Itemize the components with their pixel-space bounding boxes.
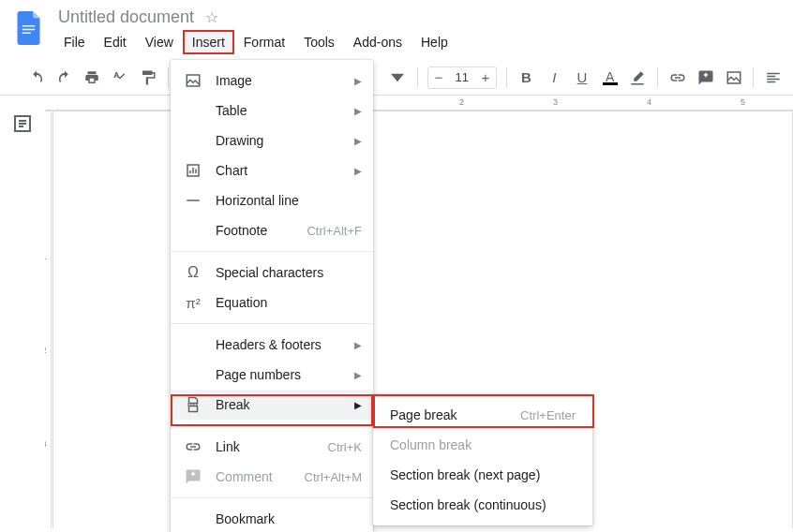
ruler-tick: 1 bbox=[45, 252, 51, 261]
style-dropdown-arrow[interactable] bbox=[387, 66, 408, 90]
ruler-tick: 2 bbox=[459, 97, 464, 107]
menu-item-chart[interactable]: Chart ▶ bbox=[171, 155, 373, 185]
highlight-color-button[interactable] bbox=[628, 66, 649, 90]
separator bbox=[417, 67, 418, 88]
text-color-button[interactable]: A bbox=[600, 66, 621, 90]
separator bbox=[657, 67, 658, 88]
menu-format[interactable]: Format bbox=[234, 30, 294, 54]
submenu-item-page-break[interactable]: Page break Ctrl+Enter bbox=[373, 400, 592, 430]
menu-item-label: Bookmark bbox=[216, 511, 362, 526]
redo-button[interactable] bbox=[54, 66, 75, 90]
bold-button[interactable]: B bbox=[516, 66, 537, 90]
menu-item-label: Table bbox=[216, 103, 347, 118]
menu-tools[interactable]: Tools bbox=[294, 30, 344, 54]
menu-item-special-characters[interactable]: Ω Special characters bbox=[171, 258, 373, 288]
star-icon[interactable]: ☆ bbox=[205, 8, 218, 26]
separator bbox=[168, 67, 169, 88]
undo-button[interactable] bbox=[26, 66, 47, 90]
chart-icon bbox=[184, 162, 202, 179]
menu-item-headers-footers[interactable]: Headers & footers ▶ bbox=[171, 330, 373, 360]
font-size-decrease[interactable]: − bbox=[428, 69, 449, 85]
svg-rect-2 bbox=[22, 33, 31, 35]
horizontal-ruler: 12345 bbox=[45, 96, 793, 111]
menu-item-horizontal-line[interactable]: Horizontal line bbox=[171, 185, 373, 215]
submenu-item-column-break: Column break bbox=[373, 430, 592, 460]
ruler-tick: 3 bbox=[553, 97, 558, 107]
ruler-tick: 4 bbox=[647, 97, 651, 107]
menu-item-label: Equation bbox=[216, 295, 362, 310]
submenu-item-section-break-next-page[interactable]: Section break (next page) bbox=[373, 460, 592, 490]
menu-item-label: Image bbox=[216, 73, 347, 88]
align-button[interactable] bbox=[763, 66, 784, 90]
submenu-arrow-icon: ▶ bbox=[354, 76, 362, 86]
menu-item-footnote[interactable]: Footnote Ctrl+Alt+F bbox=[171, 215, 373, 245]
menu-item-comment: Comment Ctrl+Alt+M bbox=[171, 462, 373, 492]
separator bbox=[753, 67, 754, 88]
menu-view[interactable]: View bbox=[136, 30, 183, 54]
menu-item-label: Horizontal line bbox=[216, 193, 362, 208]
image-icon bbox=[184, 72, 202, 89]
spellcheck-button[interactable] bbox=[110, 66, 130, 90]
menu-item-equation[interactable]: π² Equation bbox=[171, 288, 373, 318]
separator bbox=[506, 67, 507, 88]
menu-item-label: Headers & footers bbox=[216, 337, 347, 352]
menu-item-label: Link bbox=[216, 439, 328, 454]
omega-icon: Ω bbox=[184, 264, 202, 281]
menu-item-page-numbers[interactable]: Page numbers ▶ bbox=[171, 360, 373, 390]
insert-link-button[interactable] bbox=[667, 66, 688, 90]
menu-item-shortcut: Ctrl+Enter bbox=[520, 408, 576, 422]
menu-item-shortcut: Ctrl+Alt+M bbox=[305, 470, 362, 484]
menu-item-drawing[interactable]: Drawing ▶ bbox=[171, 126, 373, 155]
horizontal-line-icon bbox=[184, 192, 202, 209]
menu-help[interactable]: Help bbox=[411, 30, 457, 54]
submenu-arrow-icon: ▶ bbox=[354, 136, 362, 146]
menu-item-label: Column break bbox=[390, 437, 576, 452]
submenu-arrow-icon: ▶ bbox=[354, 106, 362, 116]
menu-item-table[interactable]: Table ▶ bbox=[171, 96, 373, 126]
ruler-tick: 5 bbox=[741, 97, 745, 107]
menu-bar: FileEditViewInsertFormatToolsAdd-onsHelp bbox=[54, 30, 457, 54]
paint-format-button[interactable] bbox=[138, 66, 158, 90]
document-outline-button[interactable] bbox=[11, 112, 34, 135]
comment-icon bbox=[184, 468, 202, 485]
menu-item-shortcut: Ctrl+K bbox=[328, 440, 362, 454]
ruler-tick: 3 bbox=[45, 439, 51, 449]
submenu-arrow-icon: ▶ bbox=[354, 400, 362, 410]
svg-rect-0 bbox=[22, 25, 36, 27]
menu-item-label: Footnote bbox=[216, 223, 307, 238]
print-button[interactable] bbox=[82, 66, 102, 90]
font-size-value[interactable]: 11 bbox=[449, 70, 475, 84]
link-icon bbox=[184, 438, 202, 455]
submenu-arrow-icon: ▶ bbox=[354, 370, 362, 380]
submenu-arrow-icon: ▶ bbox=[354, 166, 362, 176]
menu-file[interactable]: File bbox=[54, 30, 95, 54]
menu-insert[interactable]: Insert bbox=[183, 30, 234, 54]
menu-item-link[interactable]: Link Ctrl+K bbox=[171, 432, 373, 462]
vertical-ruler: 123 bbox=[45, 111, 52, 528]
menu-add-ons[interactable]: Add-ons bbox=[344, 30, 411, 54]
submenu-item-section-break-continuous[interactable]: Section break (continuous) bbox=[373, 490, 592, 520]
menu-item-break[interactable]: Break ▶ bbox=[171, 390, 373, 420]
menu-item-label: Page numbers bbox=[216, 367, 347, 382]
menu-item-bookmark[interactable]: Bookmark bbox=[171, 504, 373, 532]
menu-item-label: Section break (next page) bbox=[390, 467, 576, 482]
menu-item-label: Special characters bbox=[216, 265, 362, 280]
menu-item-label: Page break bbox=[390, 407, 520, 422]
insert-menu-dropdown: Image ▶ Table ▶ Drawing ▶ Chart ▶ Horizo… bbox=[171, 60, 373, 532]
document-title[interactable]: Untitled document bbox=[54, 7, 198, 27]
insert-image-button[interactable] bbox=[724, 66, 744, 90]
menu-item-label: Break bbox=[216, 397, 347, 412]
menu-item-label: Comment bbox=[216, 469, 305, 484]
font-size-increase[interactable]: + bbox=[475, 69, 496, 85]
insert-comment-button[interactable] bbox=[696, 66, 716, 90]
pi-icon: π² bbox=[184, 295, 202, 311]
menu-item-image[interactable]: Image ▶ bbox=[171, 66, 373, 96]
italic-button[interactable]: I bbox=[544, 66, 564, 90]
docs-logo[interactable] bbox=[11, 9, 49, 47]
menu-edit[interactable]: Edit bbox=[95, 30, 136, 54]
underline-button[interactable]: U bbox=[572, 66, 592, 90]
svg-rect-1 bbox=[22, 29, 36, 31]
break-submenu: Page break Ctrl+Enter Column break Secti… bbox=[373, 394, 592, 525]
ruler-tick: 2 bbox=[45, 346, 51, 355]
toolbar: − 11 + B I U A bbox=[0, 60, 793, 96]
